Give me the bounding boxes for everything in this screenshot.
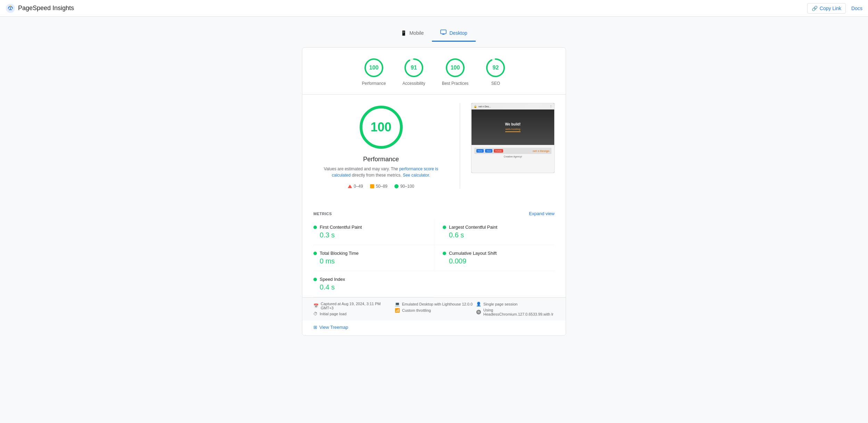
ss-btn-1: Home (476, 149, 484, 153)
metric-lcp: Largest Contentful Paint 0.6 s (434, 219, 555, 245)
metric-si-value: 0.4 s (313, 283, 434, 291)
metric-lcp-value: 0.6 s (443, 231, 555, 239)
screenshot-top-bar: 🔒 net n Des... ⋮ (472, 103, 554, 109)
gauge-seo: 92 (485, 57, 506, 78)
gauge-best-practices: 100 (445, 57, 466, 78)
link-icon: 🔗 (812, 6, 818, 11)
legend-row: 0–49 50–89 90–100 (348, 184, 414, 189)
score-seo-value: 92 (492, 65, 499, 71)
screenshot-bottom-bar: Home About Portfolio net n Design (474, 148, 551, 154)
metric-cls-name-row: Cumulative Layout Shift (443, 251, 555, 256)
copy-link-button[interactable]: 🔗 Copy Link (807, 3, 846, 14)
footer-throttling: 📶 Custom throttling (395, 308, 473, 313)
screenshot-area: 🔒 net n Des... ⋮ We build! web-hosting (471, 103, 555, 173)
browser-url: net n Des... (478, 105, 491, 108)
footer-chromium: 🔘 Using HeadlessChromium.127.0.6533.99.w… (476, 308, 555, 316)
score-accessibility[interactable]: 91 Accessibility (402, 57, 425, 86)
footer-emulated: 💻 Emulated Desktop with Lighthouse 12.0.… (395, 302, 473, 307)
score-accessibility-label: Accessibility (402, 81, 425, 86)
score-seo[interactable]: 92 SEO (485, 57, 506, 86)
metric-tbt-dot (313, 252, 317, 255)
app-title: PageSpeed Insights (18, 5, 74, 12)
metric-fcp-name: First Contentful Paint (320, 225, 362, 230)
screenshot-top: 🔒 net n Des... ⋮ We build! web-hosting (472, 103, 554, 145)
logo: PageSpeed Insights (6, 3, 74, 13)
screenshot-bottom: Home About Portfolio net n Design Creati… (472, 145, 554, 173)
metric-fcp-dot (313, 226, 317, 229)
footer-session: 👤 Single page session (476, 302, 555, 307)
metric-lcp-name: Largest Contentful Paint (449, 225, 497, 230)
large-gauge: 100 (357, 103, 406, 152)
menu-dots: ⋮ (550, 105, 552, 108)
view-treemap-link[interactable]: ⊞ View Treemap (313, 325, 555, 330)
metric-fcp-value: 0.3 s (313, 231, 434, 239)
ss-tagline: Creative Agency! (504, 155, 522, 158)
timer-icon: ⏱ (313, 311, 318, 316)
score-best-practices-label: Best Practices (442, 81, 469, 86)
average-icon (370, 184, 374, 188)
treemap-section: ⊞ View Treemap (302, 320, 566, 335)
mobile-icon: 📱 (401, 30, 407, 36)
tab-mobile[interactable]: 📱 Mobile (392, 25, 432, 42)
calendar-icon: 📅 (313, 303, 319, 308)
tab-desktop[interactable]: Desktop (432, 25, 475, 42)
footer-captured: 📅 Captured at Aug 19, 2024, 3:11 PM GMT+… (313, 302, 392, 310)
signal-icon: 📶 (395, 308, 400, 313)
metric-si: Speed Index 0.4 s (313, 271, 434, 297)
web-hosting-text: web-hosting (505, 128, 520, 132)
footer-col-3: 👤 Single page session 🔘 Using HeadlessCh… (476, 302, 555, 316)
ss-logo: net n Design (533, 149, 549, 153)
ss-btn-2: About (485, 149, 492, 153)
see-calculator-link[interactable]: See calculator. (403, 173, 430, 178)
perf-note-mid: directly from these metrics. (352, 173, 401, 178)
vertical-divider (460, 103, 460, 189)
metric-si-dot (313, 278, 317, 281)
metric-lcp-name-row: Largest Contentful Paint (443, 225, 555, 230)
legend-average: 50–89 (370, 184, 387, 189)
metric-cls-value: 0.009 (443, 257, 555, 265)
scores-row: 100 Performance 91 Accessibility (302, 48, 566, 95)
metric-si-name-row: Speed Index (313, 277, 434, 282)
header-actions: 🔗 Copy Link Docs (807, 3, 862, 14)
metric-cls: Cumulative Layout Shift 0.009 (434, 245, 555, 271)
footer-col-2: 💻 Emulated Desktop with Lighthouse 12.0.… (395, 302, 473, 316)
score-accessibility-value: 91 (411, 65, 417, 71)
pass-icon (394, 184, 399, 188)
app-header: PageSpeed Insights 🔗 Copy Link Docs (0, 0, 868, 17)
fail-icon (348, 185, 352, 188)
metric-tbt-name: Total Blocking Time (320, 251, 359, 256)
metric-lcp-dot (443, 226, 446, 229)
docs-link[interactable]: Docs (851, 6, 862, 11)
gauge-accessibility: 91 (403, 57, 424, 78)
score-performance-value: 100 (369, 65, 379, 71)
score-performance[interactable]: 100 Performance (362, 57, 386, 86)
perf-note: Values are estimated and may vary. The p… (319, 166, 444, 178)
score-best-practices-value: 100 (451, 65, 460, 71)
metric-si-name: Speed Index (320, 277, 345, 282)
metric-fcp: First Contentful Paint 0.3 s (313, 219, 434, 245)
legend-pass: 90–100 (394, 184, 414, 189)
metric-tbt-value: 0 ms (313, 257, 434, 265)
ss-btn-red: Portfolio (494, 149, 503, 153)
pagespeed-logo-icon (6, 3, 15, 13)
metric-cls-dot (443, 252, 446, 255)
main-content: 📱 Mobile Desktop (0, 17, 868, 344)
perf-title: Performance (363, 156, 399, 163)
we-build-text: We build! (505, 122, 521, 126)
expand-view-button[interactable]: Expand view (529, 211, 555, 216)
desktop-small-icon: 💻 (395, 302, 400, 307)
browser-icon: 🔘 (476, 310, 481, 315)
screenshot-content: We build! web-hosting (472, 109, 554, 145)
metric-fcp-name-row: First Contentful Paint (313, 225, 434, 230)
metric-cls-name: Cumulative Layout Shift (449, 251, 497, 256)
svg-rect-2 (441, 30, 446, 34)
metric-tbt: Total Blocking Time 0 ms (313, 245, 434, 271)
performance-area: 100 Performance Values are estimated and… (313, 103, 555, 189)
score-best-practices[interactable]: 100 Best Practices (442, 57, 469, 86)
metrics-grid: First Contentful Paint 0.3 s Largest Con… (302, 219, 566, 297)
results-card: 100 Performance 91 Accessibility (302, 47, 566, 336)
main-performance-section: 100 Performance Values are estimated and… (302, 95, 566, 205)
legend-fail: 0–49 (348, 184, 363, 189)
large-gauge-value: 100 (370, 120, 391, 135)
gauge-performance: 100 (363, 57, 384, 78)
